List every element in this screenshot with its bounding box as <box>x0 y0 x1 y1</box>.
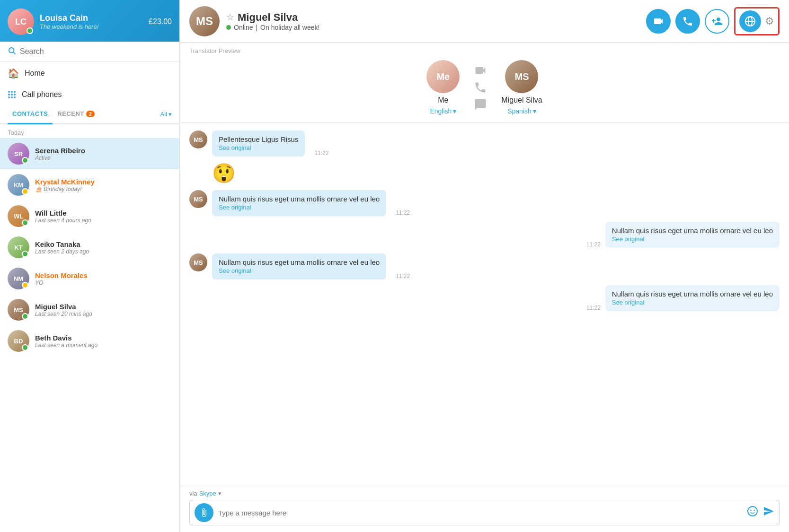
translator-settings-box: ⚙ <box>734 7 780 35</box>
msg-text-6: Nullam quis risus eget urna mollis ornar… <box>612 290 773 298</box>
contact-item-nelson[interactable]: NM Nelson Morales YO <box>0 263 179 294</box>
contact-item-krystal[interactable]: KM Krystal McKinney 🎂 Birthday today! <box>0 169 179 201</box>
message-input-area: via Skype ▾ <box>180 485 789 532</box>
settings-button[interactable]: ⚙ <box>765 15 774 27</box>
msg-text-3: Nullam quis risus eget urna mollis ornar… <box>219 195 380 203</box>
msg-bubble-6: Nullam quis risus eget urna mollis ornar… <box>605 285 780 311</box>
msg-avatar-miguel-5: MS <box>189 253 207 271</box>
nav-label-callphones: Call phones <box>22 90 62 99</box>
msg-bubble-5: Nullam quis risus eget urna mollis ornar… <box>212 253 386 279</box>
see-original-3[interactable]: See original <box>219 204 251 211</box>
miguel-sub: Last seen 20 mins ago <box>35 311 172 317</box>
message-input[interactable] <box>218 509 742 517</box>
emoji-row: 😲 <box>189 162 780 184</box>
will-avatar-container: WL <box>8 205 29 227</box>
contact-language-select[interactable]: Spanish ▾ <box>507 107 536 115</box>
star-icon[interactable]: ☆ <box>226 12 234 23</box>
will-info: Will Little Last seen 4 hours ago <box>35 209 172 224</box>
user-status-dot <box>27 27 33 34</box>
will-sub: Last seen 4 hours ago <box>35 217 172 224</box>
msg-time-5: 11:22 <box>396 273 410 279</box>
message-row-5: MS Nullam quis risus eget urna mollis or… <box>189 253 780 279</box>
video-call-button[interactable] <box>646 9 671 34</box>
serena-info: Serena Ribeiro Active <box>35 147 172 161</box>
via-label: via Skype ▾ <box>189 490 780 497</box>
msg-time-4: 11:22 <box>586 241 601 248</box>
user-name: Louisa Cain <box>40 13 143 23</box>
nav-item-callphones[interactable]: Call phones <box>0 85 179 105</box>
will-status <box>22 219 28 226</box>
miguel-avatar-container: MS <box>8 299 29 321</box>
contact-item-serena[interactable]: SR Serena Ribeiro Active <box>0 138 179 169</box>
user-credit[interactable]: £23.00 <box>149 17 172 26</box>
nav-item-home[interactable]: 🏠 Home <box>0 62 179 85</box>
translator-button[interactable] <box>739 10 761 32</box>
tab-recent[interactable]: RECENT 2 <box>53 105 99 124</box>
voice-call-button[interactable] <box>675 9 700 34</box>
serena-avatar-container: SR <box>8 143 29 165</box>
emoji-picker-button[interactable] <box>747 506 758 520</box>
msg-text-4: Nullam quis risus eget urna mollis ornar… <box>612 227 773 235</box>
miguel-name: Miguel Silva <box>35 303 172 311</box>
chat-header-status: Online | On holiday all week! <box>226 24 639 31</box>
user-avatar-container[interactable]: LC <box>8 9 34 35</box>
contact-item-will[interactable]: WL Will Little Last seen 4 hours ago <box>0 201 179 232</box>
beth-avatar-container: BD <box>8 330 29 352</box>
emoji-shocked: 😲 <box>212 162 236 184</box>
translator-contact: MS Miguel Silva Spanish ▾ <box>501 60 542 115</box>
msg-bubble-4: Nullam quis risus eget urna mollis ornar… <box>605 222 780 248</box>
keiko-info: Keiko Tanaka Last seen 2 days ago <box>35 240 172 255</box>
translator-contact-name: Miguel Silva <box>501 96 542 105</box>
krystal-sub: 🎂 Birthday today! <box>35 186 172 192</box>
attach-button[interactable] <box>195 503 213 522</box>
msg-time-3: 11:22 <box>396 209 410 216</box>
msg-text-1: Pellentesque Ligus Risus <box>219 135 298 143</box>
callphones-icon <box>8 90 16 99</box>
chat-header: MS ☆ Miguel Silva Online | On holiday al… <box>180 0 789 43</box>
beth-status <box>22 344 28 351</box>
all-filter[interactable]: All ▾ <box>160 111 172 118</box>
msg-bubble-1: Pellentesque Ligus Risus See original <box>212 131 305 157</box>
translator-contact-avatar: MS <box>505 60 538 93</box>
svg-line-1 <box>13 52 15 54</box>
send-button[interactable] <box>763 506 774 520</box>
msg-time-1: 11:22 <box>314 150 328 157</box>
search-input[interactable] <box>20 47 172 56</box>
chat-header-name: ☆ Miguel Silva <box>226 11 639 24</box>
translator-me-name: Me <box>438 96 448 105</box>
keiko-avatar-container: KT <box>8 236 29 258</box>
svg-point-0 <box>9 48 14 53</box>
contact-item-keiko[interactable]: KT Keiko Tanaka Last seen 2 days ago <box>0 232 179 263</box>
svg-point-5 <box>748 506 757 516</box>
svg-point-6 <box>750 510 751 511</box>
translator-label: Translator Preview <box>189 47 780 54</box>
tab-contacts[interactable]: CONTACTS <box>8 105 53 124</box>
via-skype[interactable]: Skype <box>199 490 216 497</box>
add-contact-button[interactable] <box>705 9 729 34</box>
message-row-6: 11:22 Nullam quis risus eget urna mollis… <box>189 285 780 311</box>
search-bar <box>0 42 179 62</box>
me-language-select[interactable]: English ▾ <box>430 107 456 115</box>
contact-item-miguel[interactable]: MS Miguel Silva Last seen 20 mins ago <box>0 294 179 325</box>
beth-sub: Last seen a moment ago <box>35 342 172 349</box>
home-icon: 🏠 <box>8 68 19 79</box>
messages-area: MS Pellentesque Ligus Risus See original… <box>180 123 789 485</box>
serena-sub: Active <box>35 155 172 161</box>
msg-bubble-3: Nullam quis risus eget urna mollis ornar… <box>212 190 386 216</box>
msg-avatar-miguel-1: MS <box>189 131 207 148</box>
translator-me: Me Me English ▾ <box>426 60 460 115</box>
see-original-4[interactable]: See original <box>612 235 645 243</box>
see-original-5[interactable]: See original <box>219 267 251 274</box>
header-actions: ⚙ <box>646 7 780 35</box>
contact-item-beth[interactable]: BD Beth Davis Last seen a moment ago <box>0 325 179 357</box>
see-original-1[interactable]: See original <box>219 144 251 151</box>
user-info: Louisa Cain The weekend is here! <box>40 13 143 30</box>
section-today: Today <box>0 124 179 138</box>
message-row-1: MS Pellentesque Ligus Risus See original… <box>189 131 780 157</box>
see-original-6[interactable]: See original <box>612 299 645 306</box>
user-avatar-initials: LC <box>15 17 27 27</box>
will-name: Will Little <box>35 209 172 217</box>
miguel-info: Miguel Silva Last seen 20 mins ago <box>35 303 172 317</box>
krystal-name: Krystal McKinney <box>35 178 172 186</box>
translator-divider <box>474 64 487 111</box>
